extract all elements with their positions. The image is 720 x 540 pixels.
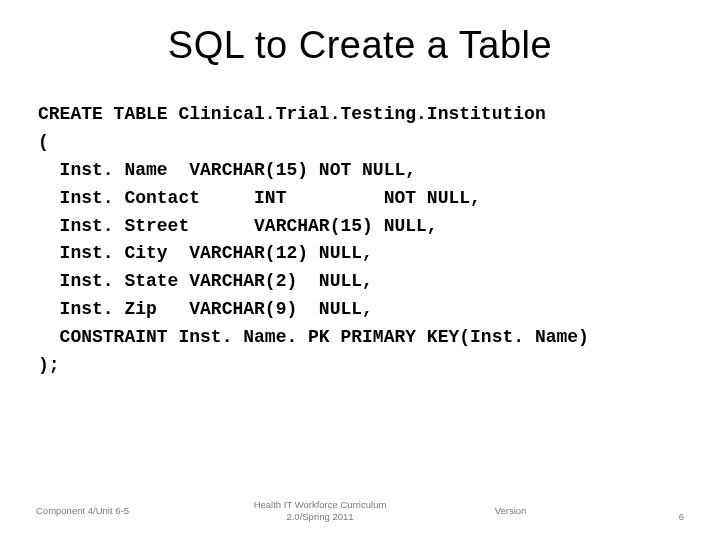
footer-right: Version	[415, 505, 684, 516]
page-number: 6	[679, 511, 684, 522]
slide-title: SQL to Create a Table	[36, 24, 684, 67]
slide: SQL to Create a Table CREATE TABLE Clini…	[0, 0, 720, 540]
footer-left: Component 4/Unit 6-5	[36, 505, 225, 516]
footer-center-line1: Health IT Workforce Curriculum	[254, 499, 387, 510]
slide-footer: Component 4/Unit 6-5 Health IT Workforce…	[0, 499, 720, 522]
footer-center-line2: 2.0/Spring 2011	[225, 511, 414, 522]
sql-code-block: CREATE TABLE Clinical.Trial.Testing.Inst…	[36, 101, 684, 380]
footer-center: Health IT Workforce Curriculum 2.0/Sprin…	[225, 499, 414, 522]
